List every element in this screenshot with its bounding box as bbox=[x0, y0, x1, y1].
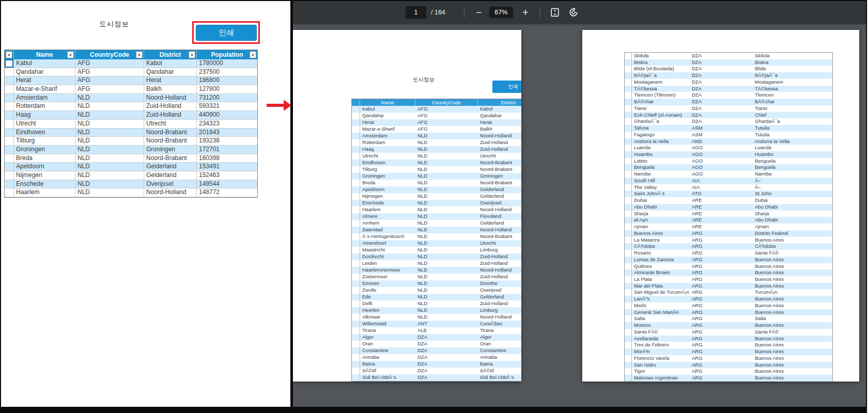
population-cell[interactable]: 593321 bbox=[197, 102, 257, 111]
table-row[interactable]: GroningenNLDGroningen172701 bbox=[5, 146, 257, 154]
country-code-cell[interactable]: NLD bbox=[75, 137, 144, 146]
district-cell[interactable]: Balkh bbox=[144, 85, 197, 94]
filter-dropdown-button[interactable]: ▾ bbox=[189, 51, 195, 58]
district-cell[interactable]: Zuid-Holland bbox=[144, 111, 197, 120]
column-header-countrycode[interactable]: CountryCode ▾ bbox=[75, 50, 144, 59]
row-gutter[interactable] bbox=[5, 102, 14, 111]
district-cell[interactable]: Gelderland bbox=[144, 171, 197, 180]
country-code-cell[interactable]: NLD bbox=[75, 146, 144, 154]
city-name-cell[interactable]: Breda bbox=[14, 154, 75, 163]
country-code-cell[interactable]: NLD bbox=[75, 111, 144, 120]
table-row[interactable]: QandaharAFGQandahar237500 bbox=[5, 68, 257, 77]
table-row[interactable]: AmsterdamNLDNoord-Holland731200 bbox=[5, 94, 257, 103]
district-cell[interactable]: Noord-Brabant bbox=[144, 137, 197, 146]
row-gutter[interactable] bbox=[5, 163, 14, 171]
district-cell[interactable]: Herat bbox=[144, 76, 197, 85]
country-code-cell[interactable]: AFG bbox=[75, 76, 144, 85]
column-header-population[interactable]: Population ▾ bbox=[197, 50, 257, 59]
table-row[interactable]: TilburgNLDNoord-Brabant193238 bbox=[5, 137, 257, 146]
row-gutter[interactable] bbox=[5, 111, 14, 120]
table-row[interactable]: EnschedeNLDOverijssel149544 bbox=[5, 180, 257, 189]
population-cell[interactable]: 237500 bbox=[197, 68, 257, 77]
country-code-cell[interactable]: NLD bbox=[75, 188, 144, 197]
fit-to-page-button[interactable] bbox=[547, 7, 563, 18]
country-code-cell[interactable]: NLD bbox=[75, 171, 144, 180]
city-name-cell[interactable]: Enschede bbox=[14, 180, 75, 189]
city-name-cell[interactable]: Rotterdam bbox=[14, 102, 75, 111]
table-row[interactable]: HeratAFGHerat186800 bbox=[5, 76, 257, 85]
rotate-button[interactable] bbox=[565, 7, 582, 18]
city-name-cell[interactable]: Apeldoorn bbox=[14, 163, 75, 171]
city-name-cell[interactable]: Nijmegen bbox=[14, 171, 75, 180]
table-row[interactable]: HaarlemNLDNoord-Holland148772 bbox=[5, 188, 257, 197]
city-name-cell[interactable]: Kabul bbox=[14, 59, 75, 68]
population-cell[interactable]: 731200 bbox=[197, 94, 257, 103]
row-gutter[interactable] bbox=[5, 188, 14, 197]
city-name-cell[interactable]: Herat bbox=[14, 76, 75, 85]
city-name-cell[interactable]: Groningen bbox=[14, 146, 75, 154]
table-row[interactable]: Mazar-e-SharifAFGBalkh127800 bbox=[5, 85, 257, 94]
row-gutter[interactable] bbox=[5, 171, 14, 180]
row-gutter[interactable] bbox=[5, 137, 14, 146]
city-name-cell[interactable]: Mazar-e-Sharif bbox=[14, 85, 75, 94]
table-row[interactable]: BredaNLDNoord-Brabant160398 bbox=[5, 154, 257, 163]
row-gutter[interactable] bbox=[5, 146, 14, 154]
country-code-cell[interactable]: AFG bbox=[75, 68, 144, 77]
population-cell[interactable]: 440900 bbox=[197, 111, 257, 120]
population-cell[interactable]: 148772 bbox=[197, 188, 257, 197]
city-name-cell[interactable]: Qandahar bbox=[14, 68, 75, 77]
city-name-cell[interactable]: Haag bbox=[14, 111, 75, 120]
row-gutter[interactable] bbox=[5, 68, 14, 77]
table-row[interactable]: ApeldoornNLDGelderland153491 bbox=[5, 163, 257, 171]
zoom-in-button[interactable]: + bbox=[518, 6, 533, 19]
zoom-out-button[interactable]: − bbox=[472, 7, 486, 19]
population-cell[interactable]: 193238 bbox=[197, 137, 257, 146]
row-gutter[interactable] bbox=[5, 129, 14, 137]
column-header-district[interactable]: District ▾ bbox=[144, 50, 197, 59]
filter-dropdown-button[interactable]: ▾ bbox=[67, 51, 74, 58]
district-cell[interactable]: Noord-Holland bbox=[144, 94, 197, 103]
table-row[interactable]: NijmegenNLDGelderland152463 bbox=[5, 171, 257, 180]
row-gutter[interactable] bbox=[5, 180, 14, 189]
population-cell[interactable]: 1780000 bbox=[197, 59, 257, 68]
population-cell[interactable]: 149544 bbox=[197, 180, 257, 189]
population-cell[interactable]: 152463 bbox=[197, 171, 257, 180]
column-header-name[interactable]: Name ▾ bbox=[14, 50, 75, 59]
population-cell[interactable]: 172701 bbox=[197, 146, 257, 154]
table-row[interactable]: HaagNLDZuid-Holland440900 bbox=[5, 111, 257, 120]
table-row[interactable]: KabulAFGKabol1780000 bbox=[5, 59, 257, 68]
population-cell[interactable]: 153491 bbox=[197, 163, 257, 171]
district-cell[interactable]: Overijssel bbox=[144, 180, 197, 189]
country-code-cell[interactable]: NLD bbox=[75, 163, 144, 171]
row-gutter[interactable] bbox=[5, 154, 14, 163]
district-cell[interactable]: Qandahar bbox=[144, 68, 197, 77]
district-cell[interactable]: Gelderland bbox=[144, 163, 197, 171]
district-cell[interactable]: Zuid-Holland bbox=[144, 102, 197, 111]
city-name-cell[interactable]: Eindhoven bbox=[14, 129, 75, 137]
country-code-cell[interactable]: AFG bbox=[75, 59, 144, 68]
row-gutter[interactable] bbox=[5, 94, 14, 103]
country-code-cell[interactable]: NLD bbox=[75, 129, 144, 137]
district-cell[interactable]: Kabol bbox=[144, 59, 197, 68]
country-code-cell[interactable]: NLD bbox=[75, 120, 144, 129]
population-cell[interactable]: 127800 bbox=[197, 85, 257, 94]
page-number-input[interactable] bbox=[406, 6, 426, 19]
row-gutter[interactable] bbox=[5, 76, 14, 85]
table-row[interactable]: EindhovenNLDNoord-Brabant201843 bbox=[5, 129, 257, 137]
district-cell[interactable]: Groningen bbox=[144, 146, 197, 154]
country-code-cell[interactable]: NLD bbox=[75, 94, 144, 103]
district-cell[interactable]: Noord-Holland bbox=[144, 188, 197, 197]
district-cell[interactable]: Noord-Brabant bbox=[144, 154, 197, 163]
country-code-cell[interactable]: NLD bbox=[75, 180, 144, 189]
population-cell[interactable]: 186800 bbox=[197, 76, 257, 85]
country-code-cell[interactable]: NLD bbox=[75, 154, 144, 163]
district-cell[interactable]: Utrecht bbox=[144, 120, 197, 129]
city-name-cell[interactable]: Tilburg bbox=[14, 137, 75, 146]
filter-dropdown-button[interactable]: ▾ bbox=[6, 51, 12, 58]
district-cell[interactable]: Noord-Brabant bbox=[144, 129, 197, 137]
print-button[interactable]: 인쇄 bbox=[196, 25, 257, 41]
population-cell[interactable]: 160398 bbox=[197, 154, 257, 163]
table-row[interactable]: UtrechtNLDUtrecht234323 bbox=[5, 120, 257, 129]
city-name-cell[interactable]: Amsterdam bbox=[14, 94, 75, 103]
row-gutter[interactable] bbox=[5, 59, 14, 68]
